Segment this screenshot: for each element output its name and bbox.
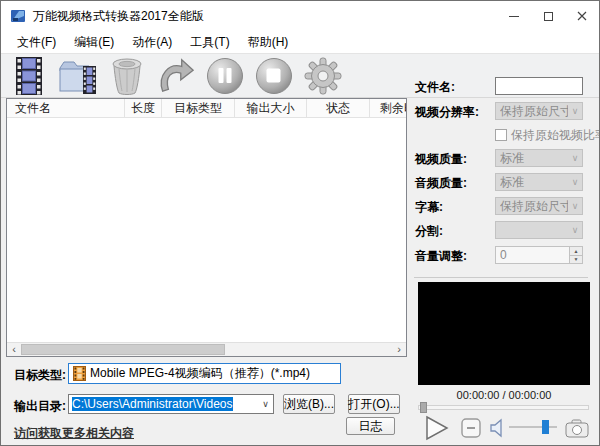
resolution-dropdown[interactable]: 保持原始尺寸 ∨ xyxy=(495,102,583,120)
table-body-empty xyxy=(7,118,406,342)
target-type-label: 目标类型: xyxy=(14,367,66,384)
filmstrip-icon xyxy=(13,57,45,95)
trash-icon xyxy=(110,57,144,95)
volume-adjust-label: 音量调整: xyxy=(415,248,467,265)
menu-help[interactable]: 帮助(H) xyxy=(239,32,298,53)
pause-button[interactable] xyxy=(205,56,245,96)
column-length[interactable]: 长度 xyxy=(125,99,162,117)
maximize-button[interactable] xyxy=(531,1,565,31)
app-window: 万能视频格式转换器2017全能版 文件(F) 编辑(E) 动作(A) 工具(T)… xyxy=(0,0,600,446)
output-dir-combo[interactable]: C:\Users\Administrator\Videos ∨ xyxy=(68,394,274,414)
menu-tools[interactable]: 工具(T) xyxy=(181,32,238,53)
panel-separator xyxy=(414,277,588,278)
split-label: 分割: xyxy=(415,223,443,240)
volume-adjust-row: 音量调整: 0 ▲ ▼ xyxy=(413,246,593,264)
stop-playback-button[interactable] xyxy=(459,415,483,441)
video-preview xyxy=(418,282,590,385)
resolution-label: 视频分辨率: xyxy=(415,104,479,121)
browse-button[interactable]: 浏览(B)... xyxy=(283,394,335,414)
add-folder-icon xyxy=(58,57,98,95)
delete-button[interactable] xyxy=(107,56,147,96)
window-title: 万能视频格式转换器2017全能版 xyxy=(33,8,204,25)
volume-slider[interactable] xyxy=(509,426,557,428)
format-film-icon xyxy=(73,366,86,381)
column-output-size[interactable]: 输出大小 xyxy=(235,99,307,117)
menu-file[interactable]: 文件(F) xyxy=(8,32,65,53)
audio-quality-dropdown[interactable]: 标准 ∨ xyxy=(495,173,583,191)
volume-adjust-spinner[interactable]: 0 ▲ ▼ xyxy=(495,246,583,264)
output-dir-value: C:\Users\Administrator\Videos xyxy=(72,397,233,411)
horizontal-scrollbar[interactable]: ‹ › xyxy=(7,342,406,356)
spin-down-icon[interactable]: ▼ xyxy=(570,255,582,264)
audio-quality-label: 音频质量: xyxy=(415,175,467,192)
playback-time: 00:00:00 / 00:00:00 xyxy=(418,389,590,401)
minimize-button[interactable] xyxy=(497,1,531,31)
target-type-value: Mobile MPEG-4视频编码（推荐）(*.mp4) xyxy=(90,365,310,382)
chevron-down-icon: ∨ xyxy=(568,225,582,235)
video-quality-dropdown[interactable]: 标准 ∨ xyxy=(495,149,583,167)
chevron-down-icon: ∨ xyxy=(258,399,273,409)
chevron-down-icon: ∨ xyxy=(568,106,582,116)
more-content-link[interactable]: 访问获取更多相关内容 xyxy=(14,425,134,442)
column-remaining-time[interactable]: 剩余时间 xyxy=(370,99,406,117)
keep-ratio-checkbox[interactable]: 保持原始视频比率 xyxy=(495,126,593,144)
scroll-right-icon[interactable]: › xyxy=(392,343,406,356)
scroll-left-icon[interactable]: ‹ xyxy=(7,343,21,356)
menu-bar: 文件(F) 编辑(E) 动作(A) 工具(T) 帮助(H) xyxy=(1,31,599,53)
chevron-down-icon: ∨ xyxy=(568,177,582,187)
stop-icon xyxy=(255,57,293,95)
maximize-icon xyxy=(544,12,553,21)
column-filename[interactable]: 文件名 xyxy=(7,99,125,117)
checkbox-icon xyxy=(495,129,507,141)
keep-ratio-label: 保持原始视频比率 xyxy=(511,127,600,144)
open-button-label: 打开(O)... xyxy=(348,396,399,413)
open-button[interactable]: 打开(O)... xyxy=(348,394,400,414)
column-target-type[interactable]: 目标类型 xyxy=(162,99,235,117)
volume-slider-thumb[interactable] xyxy=(542,420,549,434)
log-button[interactable]: 日志 xyxy=(346,417,395,435)
filename-row: 文件名: xyxy=(413,77,593,95)
stop-button[interactable] xyxy=(254,56,294,96)
split-row: 分割: ∨ xyxy=(413,221,593,239)
video-quality-row: 视频质量: 标准 ∨ xyxy=(413,149,593,167)
chevron-down-icon: ∨ xyxy=(568,153,582,163)
snapshot-button[interactable] xyxy=(563,415,591,441)
filename-label: 文件名: xyxy=(415,79,455,96)
menu-action[interactable]: 动作(A) xyxy=(123,32,181,53)
add-video-button[interactable] xyxy=(9,56,49,96)
title-bar: 万能视频格式转换器2017全能版 xyxy=(1,1,599,31)
filename-input[interactable] xyxy=(495,77,583,95)
close-button[interactable] xyxy=(565,1,599,31)
subtitle-value: 保持原始尺寸 xyxy=(500,198,568,215)
spin-up-icon[interactable]: ▲ xyxy=(570,247,582,255)
menu-edit[interactable]: 编辑(E) xyxy=(65,32,123,53)
settings-button[interactable] xyxy=(303,56,343,96)
camera-icon xyxy=(565,419,589,438)
speaker-icon xyxy=(489,418,507,438)
scrollbar-thumb[interactable] xyxy=(21,344,225,355)
subtitle-dropdown[interactable]: 保持原始尺寸 ∨ xyxy=(495,197,583,215)
resolution-value: 保持原始尺寸 xyxy=(500,103,568,120)
video-quality-label: 视频质量: xyxy=(415,151,467,168)
split-dropdown[interactable]: ∨ xyxy=(495,221,583,239)
add-folder-button[interactable] xyxy=(58,56,98,96)
scrollbar-track[interactable] xyxy=(21,343,392,356)
resolution-row: 视频分辨率: 保持原始尺寸 ∨ xyxy=(413,102,593,120)
audio-quality-row: 音频质量: 标准 ∨ xyxy=(413,173,593,191)
browse-button-label: 浏览(B)... xyxy=(284,396,334,413)
log-button-label: 日志 xyxy=(359,418,383,435)
pause-icon xyxy=(206,57,244,95)
audio-quality-value: 标准 xyxy=(500,174,568,191)
convert-button[interactable] xyxy=(156,56,196,96)
seek-slider[interactable] xyxy=(418,405,589,410)
table-header: 文件名 长度 目标类型 输出大小 状态 剩余时间 xyxy=(7,99,406,118)
column-status[interactable]: 状态 xyxy=(307,99,370,117)
seek-slider-thumb[interactable] xyxy=(420,402,427,413)
target-type-combo[interactable]: Mobile MPEG-4视频编码（推荐）(*.mp4) xyxy=(68,363,341,384)
play-button[interactable] xyxy=(422,415,452,441)
chevron-down-icon: ∨ xyxy=(568,201,582,211)
mute-button[interactable] xyxy=(487,415,509,441)
subtitle-label: 字幕: xyxy=(415,199,443,216)
stop-playback-icon xyxy=(461,418,481,438)
subtitle-row: 字幕: 保持原始尺寸 ∨ xyxy=(413,197,593,215)
